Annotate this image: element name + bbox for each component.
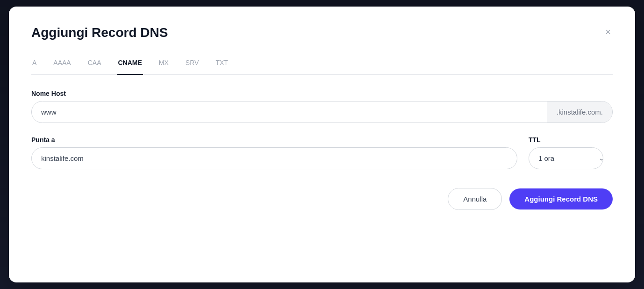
- tab-cname[interactable]: CNAME: [117, 55, 143, 75]
- ttl-label: TTL: [529, 136, 613, 144]
- ttl-select[interactable]: 1 ora 30 minuti 1 giorno: [529, 147, 603, 169]
- host-suffix: .kinstalife.com.: [547, 101, 612, 123]
- dns-record-modal: Aggiungi Record DNS × A AAAA CAA CNAME M…: [9, 7, 635, 282]
- host-name-input-wrapper: .kinstalife.com.: [31, 101, 613, 123]
- tabs-bar: A AAAA CAA CNAME MX SRV TXT: [31, 55, 613, 75]
- bottom-fields: Punta a TTL 1 ora 30 minuti 1 giorno ⌄: [31, 136, 613, 169]
- punta-a-input[interactable]: [31, 147, 517, 169]
- ttl-group: TTL 1 ora 30 minuti 1 giorno ⌄: [529, 136, 613, 169]
- cancel-button[interactable]: Annulla: [448, 188, 502, 210]
- host-name-section: Nome Host .kinstalife.com.: [31, 90, 613, 123]
- host-name-label: Nome Host: [31, 90, 613, 97]
- close-icon: ×: [605, 27, 611, 36]
- submit-button[interactable]: Aggiungi Record DNS: [509, 188, 613, 210]
- tab-a[interactable]: A: [31, 55, 37, 75]
- tab-caa[interactable]: CAA: [87, 55, 102, 75]
- tab-mx[interactable]: MX: [158, 55, 170, 75]
- host-name-input[interactable]: [32, 101, 547, 123]
- punta-a-group: Punta a: [31, 136, 517, 169]
- tab-aaaa[interactable]: AAAA: [52, 55, 72, 75]
- punta-a-label: Punta a: [31, 136, 517, 144]
- tab-srv[interactable]: SRV: [185, 55, 200, 75]
- ttl-select-wrapper: 1 ora 30 minuti 1 giorno ⌄: [529, 147, 613, 169]
- modal-header: Aggiungi Record DNS ×: [31, 25, 613, 40]
- modal-footer: Annulla Aggiungi Record DNS: [31, 188, 613, 210]
- modal-title: Aggiungi Record DNS: [31, 25, 168, 40]
- close-button[interactable]: ×: [603, 25, 613, 38]
- tab-txt[interactable]: TXT: [215, 55, 229, 75]
